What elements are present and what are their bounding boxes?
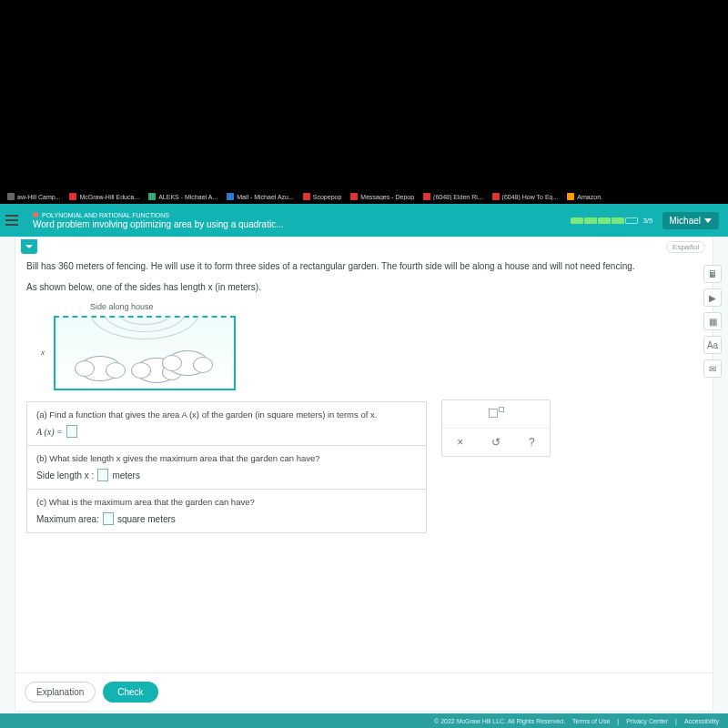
copyright: © 2022 McGraw Hill LLC. All Rights Reser… <box>434 718 565 724</box>
bottom-bar: Explanation Check <box>15 672 713 711</box>
header-overline: POLYNOMIAL AND RATIONAL FUNCTIONS <box>33 212 571 218</box>
progress-segment <box>612 217 624 224</box>
font-icon[interactable]: Aa <box>703 336 722 354</box>
browser-tab[interactable]: Messages - Depop <box>347 193 418 200</box>
progress-segment <box>598 217 611 224</box>
part-c-pre: Maximum area: <box>36 514 99 524</box>
tab-label: aw-Hill Camp... <box>17 194 60 200</box>
tab-favicon <box>303 193 310 200</box>
explanation-button[interactable]: Explanation <box>25 682 96 703</box>
user-name: Michael <box>670 216 701 226</box>
part-c-text: (c) What is the maximum area that the ga… <box>36 497 417 507</box>
tab-label: McGraw-Hill Educa... <box>79 194 139 200</box>
tab-favicon <box>7 193 15 200</box>
browser-tab[interactable]: Amazon. <box>563 193 606 200</box>
exponent-tool[interactable] <box>442 400 550 428</box>
close-tool[interactable]: × <box>442 429 478 456</box>
tab-favicon <box>567 193 574 200</box>
browser-tab[interactable]: (6048) How To Eq... <box>489 193 562 200</box>
tab-favicon <box>69 193 76 200</box>
tab-label: Messages - Depop <box>360 194 414 200</box>
question-panel: Español Bill has 360 meters of fencing. … <box>15 237 713 712</box>
progress-segment <box>584 217 597 224</box>
tab-favicon <box>492 193 500 200</box>
part-b-text: (b) What side length x gives the maximum… <box>36 453 417 463</box>
tab-label: Scopepop <box>313 194 342 200</box>
tab-favicon <box>423 193 430 200</box>
part-b-post: meters <box>112 470 140 480</box>
tab-favicon <box>227 193 234 200</box>
browser-tab[interactable]: (6048) Elden Ri... <box>420 193 486 200</box>
tab-label: ALEKS - Michael A... <box>158 194 217 200</box>
part-a-text: (a) Find a function that gives the area … <box>36 410 417 420</box>
browser-tab[interactable]: Scopepop <box>299 193 346 200</box>
math-toolbox: × ↺ ? <box>441 399 551 457</box>
check-button[interactable]: Check <box>103 682 157 703</box>
grid-icon[interactable]: ▦ <box>703 312 722 330</box>
part-c-post: square meters <box>117 514 176 524</box>
x-label: x <box>41 347 45 359</box>
browser-tab[interactable]: McGraw-Hill Educa... <box>66 193 143 200</box>
footer-link-accessibility[interactable]: Accessibility <box>684 718 719 724</box>
part-a-input[interactable] <box>66 425 77 438</box>
tab-label: (6048) Elden Ri... <box>433 194 482 200</box>
reset-tool[interactable]: ↺ <box>478 429 513 456</box>
problem-text-2: As shown below, one of the sides has len… <box>26 280 676 294</box>
tab-favicon <box>350 193 358 200</box>
tab-label: (6048) How To Eq... <box>502 194 559 200</box>
app-header: POLYNOMIAL AND RATIONAL FUNCTIONS Word p… <box>0 204 728 237</box>
garden-diagram: x <box>54 316 236 390</box>
part-b-pre: Side length x : <box>36 470 94 480</box>
header-title: Word problem involving optimizing area b… <box>33 219 571 229</box>
problem-text-1: Bill has 360 meters of fencing. He will … <box>26 259 676 273</box>
footer: © 2022 McGraw Hill LLC. All Rights Reser… <box>0 713 728 728</box>
progress-bar: 3/5 <box>571 217 652 225</box>
back-button[interactable] <box>21 239 37 254</box>
chevron-down-icon <box>704 218 712 223</box>
mail-icon[interactable]: ✉ <box>703 359 722 378</box>
progress-count: 3/5 <box>642 217 652 225</box>
language-toggle[interactable]: Español <box>666 241 705 253</box>
footer-link-privacy[interactable]: Privacy Center <box>626 718 668 724</box>
help-tool[interactable]: ? <box>514 429 550 456</box>
calculator-icon[interactable]: 🖩 <box>703 265 722 283</box>
part-a-lhs: A (x) = <box>36 427 63 437</box>
tab-favicon <box>148 193 156 200</box>
question-parts: (a) Find a function that gives the area … <box>26 401 427 533</box>
play-icon[interactable]: ▶ <box>703 288 722 307</box>
browser-tab[interactable]: ALEKS - Michael A... <box>145 193 221 200</box>
part-c-input[interactable] <box>103 512 114 525</box>
tab-label: Amazon. <box>577 194 602 200</box>
progress-segment <box>625 217 638 224</box>
diagram-caption: Side along house <box>90 301 676 314</box>
user-menu[interactable]: Michael <box>662 212 719 229</box>
footer-link-terms[interactable]: Terms of Use <box>572 718 610 724</box>
tab-label: Mail - Michael Azu... <box>237 194 294 200</box>
browser-tab[interactable]: aw-Hill Camp... <box>4 193 64 200</box>
menu-icon[interactable] <box>5 211 24 229</box>
progress-segment <box>571 217 583 224</box>
part-b-input[interactable] <box>97 469 108 481</box>
browser-tab[interactable]: Mail - Michael Azu... <box>223 193 298 200</box>
browser-tabs: aw-Hill Camp...McGraw-Hill Educa...ALEKS… <box>0 189 728 204</box>
